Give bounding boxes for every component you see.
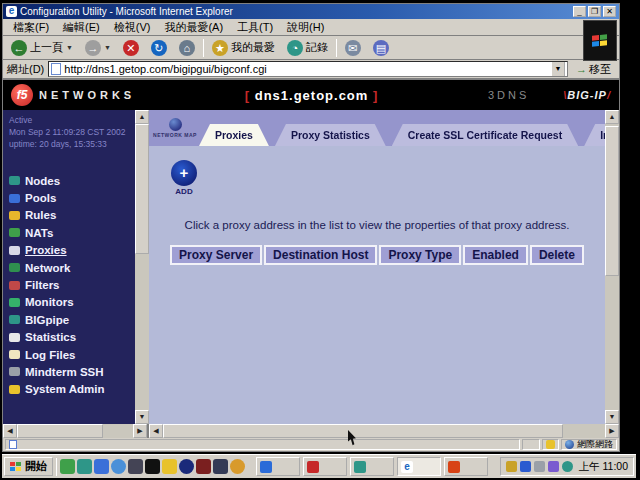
go-button[interactable]: → 移至 <box>572 61 615 78</box>
sidebar-vertical-scrollbar[interactable]: ▲ ▼ <box>135 110 149 424</box>
refresh-button[interactable]: ↻ <box>147 38 171 58</box>
mindterm-ssh-icon <box>9 367 20 376</box>
sidebar-item-statistics[interactable]: Statistics <box>9 329 135 346</box>
taskbar-clock[interactable]: 上午 11:00 <box>576 460 628 474</box>
minimize-button[interactable]: _ <box>573 6 586 17</box>
mail-button[interactable]: ✉ <box>341 38 365 58</box>
tray-app-icon[interactable] <box>548 461 559 472</box>
sidebar-item-nats[interactable]: NATs <box>9 224 135 241</box>
scroll-up-icon[interactable]: ▲ <box>605 110 619 124</box>
app-icon <box>354 461 366 473</box>
back-dropdown-icon[interactable]: ▼ <box>66 44 73 51</box>
scroll-right-icon[interactable]: ▶ <box>133 424 147 438</box>
quick-launch-icon-4[interactable] <box>111 459 126 474</box>
sidebar-item-nodes[interactable]: Nodes <box>9 172 135 189</box>
forward-button[interactable]: → ▼ <box>81 38 115 58</box>
network-status-icon[interactable] <box>562 461 573 472</box>
scroll-down-icon[interactable]: ▼ <box>135 410 149 424</box>
sidebar-item-pools[interactable]: Pools <box>9 189 135 206</box>
sidebar-item-rules[interactable]: Rules <box>9 207 135 224</box>
scroll-left-icon[interactable]: ◀ <box>149 424 163 438</box>
screen: e Configuration Utility - Microsoft Inte… <box>0 0 640 480</box>
scroll-down-icon[interactable]: ▼ <box>605 410 619 424</box>
quick-launch-icon-6[interactable] <box>145 459 160 474</box>
quick-launch-icon-9[interactable] <box>196 459 211 474</box>
status-zone-panel: 網際網路 <box>561 439 617 450</box>
home-button[interactable]: ⌂ <box>175 38 199 58</box>
scroll-thumb[interactable] <box>135 124 149 254</box>
sidebar-horizontal-scrollbar[interactable]: ◀ ▶ <box>3 424 149 438</box>
sidebar-item-log-files[interactable]: Log Files <box>9 346 135 363</box>
status-main-panel <box>5 439 520 450</box>
browser-window: e Configuration Utility - Microsoft Inte… <box>2 3 620 452</box>
quick-launch-icon-11[interactable] <box>230 459 245 474</box>
quick-launch-icon-7[interactable] <box>162 459 177 474</box>
menu-view[interactable]: 檢視(V) <box>108 19 157 36</box>
sidebar-item-network[interactable]: Network <box>9 259 135 276</box>
main-frame: NETWORK MAP Proxies Proxy Statistics Cre… <box>149 110 619 424</box>
task-button-3[interactable] <box>350 457 394 476</box>
back-icon: ← <box>11 40 27 56</box>
sidebar-item-mindterm-ssh[interactable]: Mindterm SSH <box>9 363 135 380</box>
f5-logo: f5 <box>11 84 33 106</box>
quick-launch-icon-3[interactable] <box>94 459 109 474</box>
tab-create-ssl-certificate-request[interactable]: Create SSL Certificate Request <box>392 124 578 146</box>
scroll-left-icon[interactable]: ◀ <box>3 424 17 438</box>
tab-install-ssl-certificate[interactable]: Install SSL Certif <box>584 124 605 146</box>
bigpipe-icon <box>9 315 20 324</box>
filters-icon <box>9 281 20 290</box>
add-icon[interactable]: + <box>171 160 197 186</box>
forward-dropdown-icon[interactable]: ▼ <box>104 44 111 51</box>
quick-launch-icon-8[interactable] <box>179 459 194 474</box>
history-button[interactable]: ◔ 記錄 <box>283 38 332 58</box>
input-method-icon[interactable] <box>520 461 531 472</box>
sidebar-item-monitors[interactable]: Monitors <box>9 294 135 311</box>
maximize-button[interactable]: ❐ <box>588 6 601 17</box>
sidebar-item-system-admin[interactable]: System Admin <box>9 381 135 398</box>
scroll-thumb[interactable] <box>605 126 619 276</box>
menu-file[interactable]: 檔案(F) <box>7 19 55 36</box>
proxies-content: + ADD Click a proxy address in the list … <box>149 146 605 424</box>
sidebar-item-bigpipe[interactable]: BIGpipe <box>9 311 135 328</box>
task-button-4-active[interactable]: e <box>397 457 441 476</box>
stop-button[interactable]: ✕ <box>119 38 143 58</box>
tab-proxy-statistics[interactable]: Proxy Statistics <box>275 124 386 146</box>
url-input[interactable] <box>64 63 548 75</box>
address-field[interactable]: ▼ <box>48 61 568 77</box>
quick-launch-icon-10[interactable] <box>213 459 228 474</box>
menu-tools[interactable]: 工具(T) <box>231 19 279 36</box>
zone-label: 網際網路 <box>577 438 613 451</box>
task-button-5[interactable] <box>444 457 488 476</box>
start-button[interactable]: 開始 <box>4 457 53 476</box>
favorites-button[interactable]: ★ 我的最愛 <box>208 38 279 58</box>
scroll-thumb[interactable] <box>163 424 563 438</box>
sidebar-item-proxies[interactable]: Proxies <box>9 242 135 259</box>
volume-icon[interactable] <box>506 461 517 472</box>
scroll-thumb[interactable] <box>17 424 103 438</box>
add-proxy-button[interactable]: + ADD <box>169 160 199 196</box>
quick-launch-icon-2[interactable] <box>77 459 92 474</box>
close-button[interactable]: ✕ <box>603 6 616 17</box>
task-button-1[interactable] <box>256 457 300 476</box>
scroll-right-icon[interactable]: ▶ <box>605 424 619 438</box>
menu-bar: 檔案(F) 編輯(E) 檢視(V) 我的最愛(A) 工具(T) 說明(H) <box>3 19 619 36</box>
sidebar: Active Mon Sep 2 11:09:28 CST 2002 uptim… <box>3 110 135 424</box>
main-horizontal-scrollbar[interactable]: ◀ ▶ <box>149 424 619 438</box>
address-dropdown-icon[interactable]: ▼ <box>551 61 565 77</box>
sidebar-item-filters[interactable]: Filters <box>9 276 135 293</box>
display-icon[interactable] <box>534 461 545 472</box>
menu-help[interactable]: 說明(H) <box>281 19 330 36</box>
quick-launch-icon-5[interactable] <box>128 459 143 474</box>
scroll-up-icon[interactable]: ▲ <box>135 110 149 124</box>
menu-edit[interactable]: 編輯(E) <box>57 19 106 36</box>
tab-proxies[interactable]: Proxies <box>199 124 269 146</box>
print-button[interactable]: ▤ <box>369 38 393 58</box>
menu-favorites[interactable]: 我的最愛(A) <box>158 19 229 36</box>
column-proxy-server: Proxy Server <box>170 245 262 265</box>
main-vertical-scrollbar[interactable]: ▲ ▼ <box>605 110 619 424</box>
nats-icon <box>9 228 20 237</box>
quick-launch-icon-1[interactable] <box>60 459 75 474</box>
network-map-button[interactable]: NETWORK MAP <box>151 110 199 146</box>
task-button-2[interactable] <box>303 457 347 476</box>
back-button[interactable]: ← 上一頁 ▼ <box>7 38 77 58</box>
